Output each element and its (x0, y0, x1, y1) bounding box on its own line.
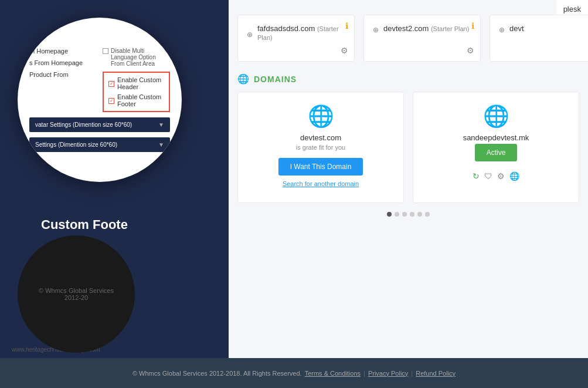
domain-globe-1: 🌐 (308, 104, 334, 129)
terms-link[interactable]: Terms & Conditions (305, 370, 361, 377)
dot-2[interactable] (395, 212, 399, 217)
domain-name-2: sandeepdevtest.mk (463, 133, 529, 142)
chevron-down-icon-1: ▼ (158, 122, 164, 128)
refund-link[interactable]: Refund Policy (416, 370, 456, 377)
domain-card-2: 🌐 sandeepdevtest.mk Active ↻ 🛡 ⚙ 🌐 (413, 92, 579, 203)
hosting-cards-row: ⊕ fafdsadsdsd.com (Starter Plan) ℹ ⚙ ⊕ d… (237, 15, 579, 62)
globe-action-icon[interactable]: 🌐 (509, 171, 519, 181)
chevron-down-icon-2: ▼ (158, 141, 164, 148)
magnified-inner: m Homepage s From Homepage Product From … (29, 48, 170, 152)
accordion-item-2[interactable]: Settings (Dimention size 60*60) ▼ (29, 137, 170, 152)
domain-actions: ↻ 🛡 ⚙ 🌐 (473, 171, 519, 181)
dot-3[interactable] (402, 212, 407, 217)
custom-footer-row: ✓ Enable Custom Footer (108, 93, 164, 107)
dot-5[interactable] (417, 212, 422, 217)
privacy-link[interactable]: Privacy Policy (368, 370, 408, 377)
header-label: Enable Custom Header (117, 76, 164, 90)
domain-globe-2: 🌐 (483, 104, 509, 129)
domains-section: 🌐 DOMAINS 🌐 devtest.com is grate fit for… (237, 73, 579, 217)
settings-left: m Homepage s From Homepage Product From (29, 48, 94, 112)
settings-icon[interactable]: ⚙ (497, 171, 505, 181)
hosting-card-2-title: devtest2.com (Starter Plan) (383, 24, 469, 33)
want-domain-button[interactable]: I Want This Domain (278, 158, 363, 176)
domains-globe-icon: 🌐 (237, 73, 249, 85)
gear-icon-2[interactable]: ⚙ (467, 46, 474, 55)
hosting-card-3: ⊕ devt (490, 15, 588, 62)
disable-label: Disable Multi Language Option From Clien… (111, 48, 170, 67)
custom-header-row: ✓ Enable Custom Header (108, 76, 164, 90)
domain-tagline-1: is grate fit for you (296, 144, 345, 151)
footer-label: Enable Custom Footer (117, 93, 164, 107)
dot-4[interactable] (410, 212, 414, 217)
footer-bar: © Whmcs Global Services 2012-2018. All R… (0, 358, 588, 388)
dot-6[interactable] (425, 212, 430, 217)
settings-row: m Homepage s From Homepage Product From … (29, 48, 170, 112)
domain-name-1: devtest.com (300, 133, 341, 142)
domain-cards-row: 🌐 devtest.com is grate fit for you I Wan… (237, 92, 579, 203)
black-circle-copyright: © Whmcs Global Services 2012-20 (18, 287, 135, 301)
info-icon-2: ℹ (471, 21, 474, 31)
custom-footer-label: Custom Foote (41, 217, 128, 232)
hosting-card-1-title: fafdsadsdsd.com (Starter Plan) (257, 24, 345, 42)
disable-checkbox[interactable] (103, 48, 108, 54)
hosting-card-1: ⊕ fafdsadsdsd.com (Starter Plan) ℹ ⚙ (237, 15, 355, 62)
accordion-label-2: Settings (Dimention size 60*60) (35, 141, 117, 148)
search-domain-link[interactable]: Search for another domain (283, 180, 359, 187)
disable-option: Disable Multi Language Option From Clien… (103, 48, 170, 67)
pagination-dots (237, 212, 579, 217)
shield-icon[interactable]: 🛡 (484, 171, 492, 181)
settings-right: Disable Multi Language Option From Clien… (103, 48, 170, 112)
accordion-label-1: vatar Settings (Dimention size 60*60) (35, 122, 132, 128)
globe-icon-3: ⊕ (499, 26, 505, 34)
refresh-icon[interactable]: ↻ (473, 171, 480, 181)
label-from-homepage: s From Homepage (29, 59, 94, 66)
hosting-card-2: ⊕ devtest2.com (Starter Plan) ℹ ⚙ (363, 15, 481, 62)
domains-header-text: DOMAINS (254, 75, 297, 84)
header-checkbox[interactable]: ✓ (108, 81, 114, 87)
active-button: Active (475, 144, 518, 161)
right-panel: plesk ⊕ fafdsadsdsd.com (Starter Plan) ℹ… (229, 0, 588, 358)
label-homepage: m Homepage (29, 48, 94, 55)
footer-checkbox[interactable]: ✓ (108, 98, 114, 104)
footer-copyright: © Whmcs Global Services 2012-2018. All R… (132, 370, 302, 377)
domain-card-1: 🌐 devtest.com is grate fit for you I Wan… (237, 92, 404, 203)
accordion-item-1[interactable]: vatar Settings (Dimention size 60*60) ▼ (29, 117, 170, 132)
label-product-from: Product From (29, 71, 94, 78)
custom-options-box: ✓ Enable Custom Header ✓ Enable Custom F… (103, 72, 170, 112)
globe-icon-1: ⊕ (247, 31, 253, 39)
hosting-card-3-title: devt (509, 24, 524, 33)
globe-icon-2: ⊕ (373, 26, 379, 34)
domains-header: 🌐 DOMAINS (237, 73, 579, 85)
dot-1[interactable] (387, 212, 392, 217)
footer-sep-2: | (411, 370, 413, 377)
info-icon-1: ℹ (345, 21, 348, 31)
black-circle: © Whmcs Global Services 2012-20 (18, 235, 135, 353)
gear-icon-1[interactable]: ⚙ (341, 46, 348, 55)
footer-sep-1: | (363, 370, 365, 377)
magnified-overlay: m Homepage s From Homepage Product From … (18, 18, 182, 182)
